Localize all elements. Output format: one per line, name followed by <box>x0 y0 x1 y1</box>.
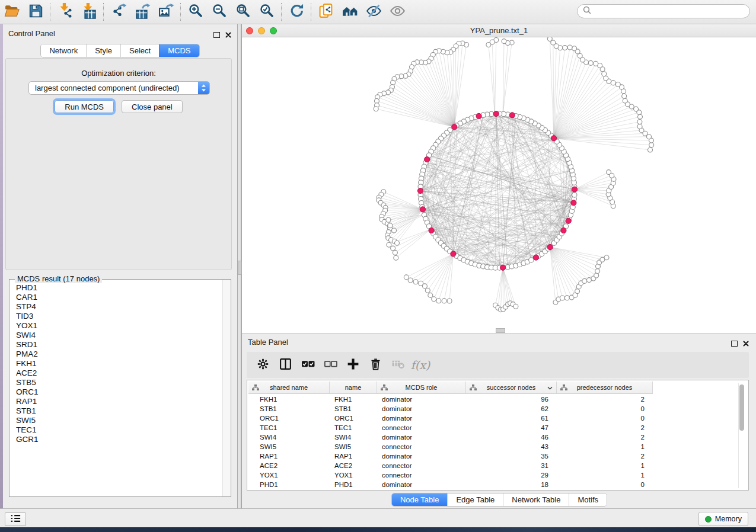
table-tab-network-table[interactable]: Network Table <box>503 493 569 506</box>
float-panel-icon[interactable] <box>731 341 738 347</box>
column-header-name[interactable]: name <box>330 382 377 394</box>
column-header-predecessor-nodes[interactable]: predecessor nodes <box>557 382 653 394</box>
column-header-shared-name[interactable]: shared name <box>248 382 330 394</box>
mcds-result-item[interactable]: YOX1 <box>10 321 222 331</box>
select-all-checks-button[interactable] <box>298 355 318 375</box>
result-scrollbar[interactable] <box>222 280 231 496</box>
search-icon <box>583 6 591 17</box>
mcds-result-item[interactable]: TID3 <box>10 312 222 321</box>
table-cell: 47 <box>466 423 557 432</box>
open-session-button[interactable] <box>0 2 24 22</box>
criterion-value: largest connected component (undirected) <box>29 84 198 92</box>
table-cell: 0 <box>557 480 653 489</box>
deselect-all-checks-button[interactable] <box>320 355 340 375</box>
tab-select[interactable]: Select <box>120 44 159 57</box>
delete-table-button <box>388 355 408 375</box>
vertical-splitter[interactable] <box>237 24 241 508</box>
mcds-result-item[interactable]: SWI5 <box>10 416 222 425</box>
mcds-result-item[interactable]: GCR1 <box>10 435 222 444</box>
mcds-result-item[interactable]: ACE2 <box>10 368 222 378</box>
mcds-result-item[interactable]: STP4 <box>10 302 222 312</box>
table-row[interactable]: YOX1YOX1connector291 <box>248 470 734 480</box>
search-input[interactable] <box>595 5 749 17</box>
control-panel-tabs: NetworkStyleSelectMCDS <box>3 44 237 57</box>
import-network-button[interactable] <box>53 2 77 22</box>
hide-selected-button[interactable] <box>362 2 385 22</box>
tab-network[interactable]: Network <box>41 44 86 57</box>
memory-button[interactable]: Memory <box>698 512 748 526</box>
mcds-result-item[interactable]: PMA2 <box>10 350 222 359</box>
table-row[interactable]: STB1STB1dominator620 <box>248 404 734 414</box>
table-tab-edge-table[interactable]: Edge Table <box>447 493 503 506</box>
mcds-result-item[interactable]: STB1 <box>10 406 222 416</box>
export-network-button[interactable] <box>107 2 130 22</box>
add-column-button[interactable] <box>343 355 363 375</box>
tab-mcds[interactable]: MCDS <box>159 44 199 57</box>
float-panel-icon[interactable] <box>213 32 220 38</box>
search-box[interactable] <box>577 4 750 18</box>
network-graph[interactable] <box>242 37 755 334</box>
table-tab-node-table[interactable]: Node Table <box>392 493 448 506</box>
close-panel-icon[interactable] <box>743 338 749 349</box>
refresh-layout-button[interactable] <box>285 2 308 22</box>
zoom-fit-button[interactable] <box>231 2 255 22</box>
table-cell: 43 <box>466 442 557 451</box>
column-header-successor-nodes[interactable]: successor nodes <box>466 382 557 394</box>
table-row[interactable]: PHD1PHD1dominator180 <box>248 480 734 489</box>
mcds-result-item[interactable]: FKH1 <box>10 359 222 368</box>
zoom-fit-icon <box>235 3 251 21</box>
network-titlebar[interactable]: YPA_prune.txt_1 <box>242 24 756 37</box>
close-panel-button[interactable]: Close panel <box>122 100 183 113</box>
table-row[interactable]: FKH1FKH1dominator962 <box>248 395 734 404</box>
zoom-out-button[interactable] <box>208 2 231 22</box>
close-panel-icon[interactable] <box>225 30 231 40</box>
home-views-button[interactable] <box>338 2 362 22</box>
delete-column-button[interactable] <box>365 355 385 375</box>
horizontal-splitter-handle[interactable] <box>496 328 505 333</box>
column-label: shared name <box>270 384 308 391</box>
table-body[interactable]: FKH1FKH1dominator962STB1STB1dominator620… <box>248 395 734 489</box>
criterion-dropdown[interactable]: largest connected component (undirected) <box>28 81 210 95</box>
show-all-button[interactable] <box>385 2 409 22</box>
mcds-result-item[interactable]: CAR1 <box>10 293 222 302</box>
table-cell: dominator <box>377 404 466 414</box>
export-table-button[interactable] <box>130 2 154 22</box>
table-panel: Table Panel f(x) shared namenameMCDS rol… <box>241 334 756 508</box>
node-table[interactable]: shared namenameMCDS rolesuccessor nodesp… <box>247 380 749 491</box>
table-row[interactable]: RAP1RAP1dominator352 <box>248 451 734 461</box>
zoom-in-button[interactable] <box>184 2 208 22</box>
mcds-result-item[interactable]: STB5 <box>10 378 222 387</box>
optimization-criterion-label: Optimization criterion: <box>6 69 231 78</box>
zoom-selected-button[interactable] <box>255 2 279 22</box>
run-mcds-button[interactable]: Run MCDS <box>55 100 114 113</box>
table-cell: connector <box>377 423 466 432</box>
table-tabs: Node TableEdge TableNetwork TableMotifs <box>242 493 756 507</box>
table-row[interactable]: TEC1TEC1connector472 <box>248 423 734 432</box>
mcds-result-item[interactable]: RAP1 <box>10 397 222 406</box>
mcds-result-item[interactable]: SRD1 <box>10 340 222 350</box>
table-row[interactable]: SWI5SWI5connector431 <box>248 442 734 451</box>
mcds-result-item[interactable]: PHD1 <box>10 283 222 293</box>
table-row[interactable]: SWI4SWI4dominator462 <box>248 432 734 442</box>
table-row[interactable]: ORC1ORC1dominator610 <box>248 414 734 423</box>
mcds-result-item[interactable]: ORC1 <box>10 387 222 397</box>
network-graph-canvas[interactable] <box>242 37 755 334</box>
table-scrollbar[interactable] <box>738 383 745 488</box>
table-tab-motifs[interactable]: Motifs <box>569 493 607 506</box>
mcds-result-list[interactable]: PHD1CAR1STP4TID3YOX1SWI4SRD1PMA2FKH1ACE2… <box>10 283 222 496</box>
export-image-button[interactable] <box>154 2 178 22</box>
mcds-result-item[interactable]: TEC1 <box>10 425 222 435</box>
split-columns-button[interactable] <box>275 355 295 375</box>
scrollbar-thumb[interactable] <box>739 384 744 431</box>
settings-button[interactable] <box>253 355 273 375</box>
mcds-result-item[interactable]: SWI4 <box>10 331 222 340</box>
save-session-button[interactable] <box>24 2 47 22</box>
table-cell: 31 <box>466 461 557 470</box>
column-header-MCDS-role[interactable]: MCDS role <box>377 382 466 394</box>
show-panels-button[interactable] <box>5 512 26 526</box>
import-table-button[interactable] <box>77 2 101 22</box>
table-row[interactable]: ACE2ACE2connector311 <box>248 461 734 470</box>
clone-network-button[interactable] <box>314 2 338 22</box>
table-cell: dominator <box>377 414 466 423</box>
tab-style[interactable]: Style <box>86 44 120 57</box>
